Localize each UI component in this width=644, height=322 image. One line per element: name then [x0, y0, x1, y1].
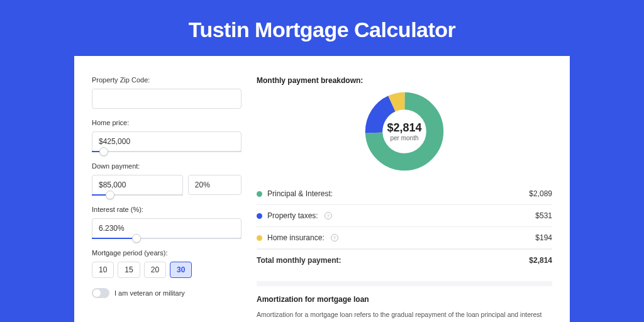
- legend-label: Property taxes:: [267, 211, 318, 220]
- period-option-20[interactable]: 20: [144, 262, 166, 278]
- period-field-group: Mortgage period (years): 10152030: [92, 249, 242, 278]
- down-label: Down payment:: [92, 162, 242, 170]
- period-option-30[interactable]: 30: [170, 262, 192, 278]
- veteran-row: I am veteran or military: [92, 288, 242, 298]
- legend-label: Home insurance:: [267, 233, 325, 242]
- legend-row: Principal & Interest:$2,089: [257, 183, 552, 205]
- donut-sub: per month: [390, 135, 418, 142]
- price-slider-thumb[interactable]: [99, 147, 108, 156]
- legend-row: Property taxes:?$531: [257, 205, 552, 227]
- veteran-label: I am veteran or military: [114, 289, 185, 297]
- amortization-heading: Amortization for mortgage loan: [257, 295, 552, 304]
- breakdown-heading: Monthly payment breakdown:: [257, 76, 552, 85]
- calculator-card: Property Zip Code: Home price: Down paym…: [74, 56, 570, 322]
- donut-chart: $2,814 per month: [364, 91, 445, 172]
- legend-value: $531: [535, 211, 552, 220]
- veteran-toggle-knob: [93, 289, 101, 297]
- rate-field-group: Interest rate (%):: [92, 206, 242, 239]
- veteran-toggle[interactable]: [92, 288, 109, 298]
- period-options: 10152030: [92, 262, 242, 278]
- amortization-text: Amortization for a mortgage loan refers …: [257, 310, 552, 322]
- total-label: Total monthly payment:: [257, 256, 341, 265]
- rate-slider-fill: [92, 238, 136, 239]
- legend-label: Principal & Interest:: [267, 189, 333, 198]
- help-icon[interactable]: ?: [325, 212, 332, 219]
- breakdown-column: Monthly payment breakdown: $2,814 per mo…: [257, 76, 552, 322]
- legend-dot: [257, 235, 262, 241]
- zip-input[interactable]: [92, 89, 242, 109]
- down-slider[interactable]: [92, 194, 183, 196]
- down-amount-input[interactable]: [92, 175, 183, 195]
- rate-slider[interactable]: [92, 238, 242, 239]
- price-field-group: Home price:: [92, 119, 242, 152]
- total-row: Total monthly payment: $2,814: [257, 249, 552, 271]
- zip-label: Property Zip Code:: [92, 76, 242, 84]
- inputs-column: Property Zip Code: Home price: Down paym…: [92, 76, 242, 322]
- period-option-15[interactable]: 15: [118, 262, 140, 278]
- legend-value: $2,089: [529, 189, 552, 198]
- legend-dot: [257, 213, 262, 219]
- breakdown-legend: Principal & Interest:$2,089Property taxe…: [257, 183, 552, 249]
- period-label: Mortgage period (years):: [92, 249, 242, 257]
- price-input[interactable]: [92, 131, 242, 152]
- down-slider-thumb[interactable]: [106, 191, 114, 199]
- total-value: $2,814: [529, 256, 552, 265]
- rate-input[interactable]: [92, 218, 242, 238]
- page-title: Tustin Mortgage Calculator: [0, 0, 644, 56]
- rate-slider-thumb[interactable]: [132, 234, 141, 243]
- calculator-panel-outer: Property Zip Code: Home price: Down paym…: [74, 56, 570, 322]
- legend-row: Home insurance:?$194: [257, 227, 552, 249]
- help-icon[interactable]: ?: [331, 234, 338, 242]
- zip-field-group: Property Zip Code:: [92, 76, 242, 109]
- period-option-10[interactable]: 10: [92, 262, 114, 278]
- price-slider[interactable]: [92, 151, 242, 152]
- donut-chart-wrap: $2,814 per month: [257, 91, 552, 172]
- price-label: Home price:: [92, 119, 242, 126]
- down-field-group: Down payment:: [92, 162, 242, 196]
- down-pct-input[interactable]: [188, 175, 242, 195]
- donut-center: $2,814 per month: [364, 91, 445, 172]
- amortization-section: Amortization for mortgage loan Amortizat…: [257, 281, 552, 322]
- legend-value: $194: [535, 233, 552, 242]
- donut-amount: $2,814: [387, 121, 421, 135]
- legend-dot: [257, 191, 262, 197]
- rate-label: Interest rate (%):: [92, 206, 242, 213]
